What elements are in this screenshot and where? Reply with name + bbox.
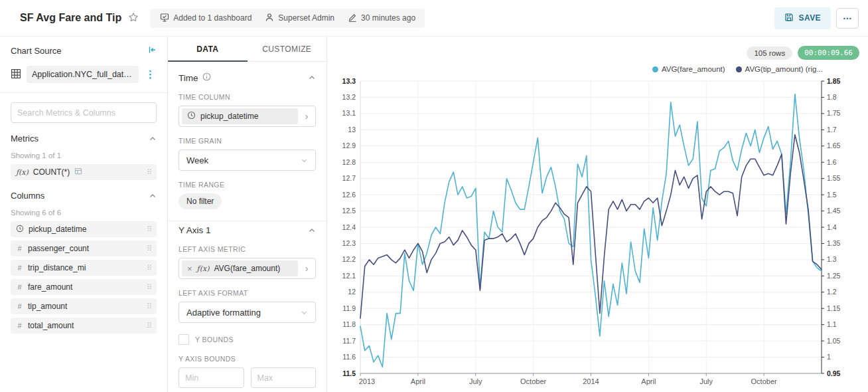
- svg-text:1: 1: [827, 353, 831, 361]
- svg-text:1.45: 1.45: [827, 207, 841, 215]
- dataset-name[interactable]: Application.NYC_full_datas...: [27, 66, 139, 83]
- svg-text:1.05: 1.05: [827, 337, 841, 345]
- svg-text:12.2: 12.2: [342, 255, 356, 263]
- drag-handle-icon[interactable]: ⠿: [147, 283, 152, 292]
- svg-text:1.3: 1.3: [827, 255, 837, 263]
- time-grain-value: Week: [186, 155, 208, 165]
- column-item[interactable]: pickup_datetime⠿: [11, 221, 157, 237]
- columns-count-label: Showing 6 of 6: [11, 209, 157, 217]
- legend-item[interactable]: AVG(tip_amount) (rig...: [736, 65, 823, 73]
- column-item-label: pickup_datetime: [29, 225, 86, 234]
- collapse-panel-button[interactable]: [147, 45, 157, 56]
- svg-text:12.6: 12.6: [342, 191, 356, 199]
- column-item[interactable]: #passenger_count⠿: [11, 241, 157, 256]
- search-input[interactable]: [11, 102, 157, 123]
- svg-text:1.25: 1.25: [827, 272, 841, 280]
- control-sections: Time TIME COLUMN pickup_datetime › T: [168, 62, 326, 392]
- metric-item[interactable]: ƒ(x) COUNT(*) ⠿: [11, 164, 157, 180]
- column-item[interactable]: #fare_amount⠿: [11, 279, 157, 295]
- line-chart[interactable]: 11.511.611.711.811.91212.112.212.312.412…: [327, 74, 868, 392]
- metrics-title: Metrics: [11, 134, 38, 144]
- chevron-up-icon[interactable]: [308, 74, 316, 82]
- y-bounds-label: Y BOUNDS: [195, 336, 234, 343]
- y-axis-1-section-header[interactable]: Y Axis 1: [179, 225, 316, 235]
- time-section-header[interactable]: Time: [179, 72, 316, 83]
- columns-list: pickup_datetime⠿#passenger_count⠿#trip_d…: [11, 221, 157, 334]
- query-timer-badge: 00:00:09.66: [798, 46, 859, 60]
- metric-table-icon: [74, 167, 82, 177]
- drag-handle-icon[interactable]: ⠿: [147, 302, 152, 311]
- tab-data[interactable]: DATA: [168, 37, 248, 61]
- time-grain-select[interactable]: Week: [179, 149, 316, 171]
- page-title: SF Avg Fare and Tip: [20, 12, 121, 24]
- y-bounds-checkbox[interactable]: [179, 334, 189, 345]
- clock-icon: [187, 111, 196, 122]
- svg-text:1.65: 1.65: [827, 142, 841, 149]
- metrics-section-header[interactable]: Metrics: [11, 134, 157, 144]
- drag-handle-icon[interactable]: ⠿: [147, 245, 152, 253]
- chart-container: 105 rows 00:00:09.66 AVG(fare_amount)AVG…: [327, 37, 868, 392]
- save-button-label: SAVE: [799, 13, 821, 23]
- more-actions-button[interactable]: ⋯: [836, 8, 859, 29]
- owner-info: Superset Admin: [265, 13, 334, 24]
- time-range-value[interactable]: No filter: [179, 193, 222, 209]
- caret-right-icon[interactable]: ›: [298, 263, 315, 274]
- chevron-up-icon[interactable]: [308, 227, 316, 235]
- column-item[interactable]: #trip_distance_mi⠿: [11, 260, 157, 276]
- left-axis-metric-label: LEFT AXIS METRIC: [179, 245, 316, 253]
- favorite-star-button[interactable]: [128, 12, 139, 25]
- time-column-field[interactable]: pickup_datetime ›: [179, 106, 316, 127]
- left-axis-format-label: LEFT AXIS FORMAT: [179, 289, 316, 297]
- dataset-options-kebab-icon[interactable]: ⋮: [144, 68, 157, 80]
- svg-text:July: July: [699, 377, 713, 385]
- tab-data-label: DATA: [196, 45, 218, 54]
- number-hash-icon: #: [16, 302, 23, 310]
- legend-item[interactable]: AVG(fare_amount): [652, 65, 725, 73]
- remove-metric-icon[interactable]: ×: [187, 264, 192, 273]
- caret-right-icon[interactable]: ›: [298, 111, 315, 122]
- number-hash-icon: #: [16, 245, 23, 252]
- svg-text:1.6: 1.6: [827, 158, 837, 166]
- svg-text:12.1: 12.1: [342, 272, 356, 280]
- svg-text:12.7: 12.7: [342, 174, 356, 182]
- legend-dot-icon: [652, 66, 658, 72]
- clock-icon: [16, 225, 24, 235]
- svg-text:1.1: 1.1: [827, 320, 837, 328]
- svg-text:0.95: 0.95: [827, 369, 841, 377]
- user-icon: [265, 13, 274, 24]
- divider: [168, 221, 326, 221]
- svg-text:11.5: 11.5: [342, 369, 356, 377]
- chart-legend: AVG(fare_amount)AVG(tip_amount) (rig...: [327, 65, 868, 73]
- drag-handle-icon[interactable]: ⠿: [147, 225, 152, 234]
- y-axis-1-title: Y Axis 1: [179, 225, 211, 235]
- time-section-title: Time: [179, 73, 198, 83]
- svg-text:October: October: [751, 377, 777, 385]
- column-item-label: tip_amount: [28, 302, 67, 311]
- time-column-value: pickup_datetime: [200, 112, 258, 121]
- left-axis-metric-value: AVG(fare_amount): [214, 264, 280, 273]
- left-axis-metric-field[interactable]: × ƒ(x) AVG(fare_amount) ›: [179, 258, 316, 279]
- drag-handle-icon[interactable]: ⠿: [147, 168, 152, 177]
- drag-handle-icon[interactable]: ⠿: [147, 264, 152, 272]
- left-axis-format-select[interactable]: Adaptive formatting: [179, 302, 316, 323]
- svg-text:April: April: [641, 377, 656, 385]
- y-bounds-min-input[interactable]: [179, 367, 244, 388]
- drag-handle-icon[interactable]: ⠿: [147, 322, 152, 330]
- number-hash-icon: #: [16, 264, 23, 272]
- dataset-table-icon: [11, 68, 21, 81]
- legend-label: AVG(tip_amount) (rig...: [745, 65, 823, 73]
- columns-section-header[interactable]: Columns: [11, 191, 157, 201]
- save-button[interactable]: SAVE: [774, 7, 831, 29]
- svg-text:1.2: 1.2: [827, 288, 837, 296]
- column-item[interactable]: #total_amount⠿: [11, 318, 157, 334]
- column-item[interactable]: #tip_amount⠿: [11, 298, 157, 314]
- dashboards-link[interactable]: Added to 1 dashboard: [160, 13, 252, 24]
- svg-text:12.8: 12.8: [342, 158, 356, 166]
- tab-customize[interactable]: CUSTOMIZE: [248, 37, 327, 61]
- control-panel: DATA CUSTOMIZE Time TIME COLUMN: [168, 37, 327, 392]
- owner-label: Superset Admin: [278, 13, 334, 23]
- svg-text:13.2: 13.2: [342, 93, 356, 101]
- svg-text:11.8: 11.8: [342, 320, 356, 328]
- y-bounds-max-input[interactable]: [251, 367, 317, 388]
- svg-text:2013: 2013: [359, 377, 375, 385]
